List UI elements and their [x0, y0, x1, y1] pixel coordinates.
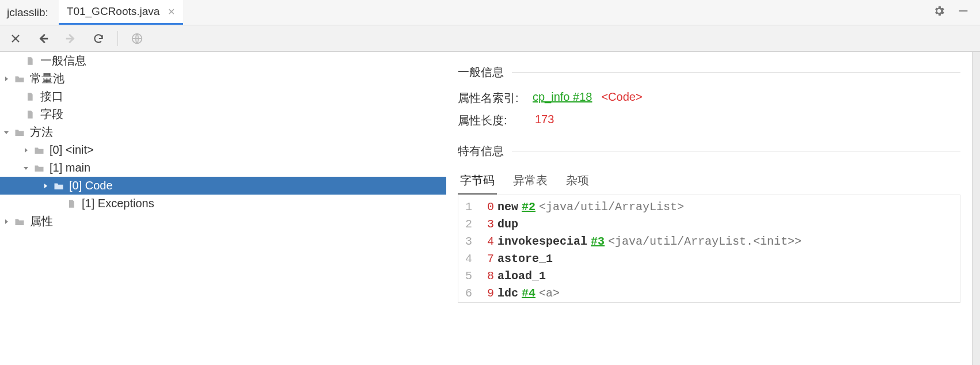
gear-icon[interactable] — [933, 5, 945, 20]
operand-desc: <java/util/ArrayList> — [539, 199, 684, 216]
line-number: 5 — [458, 268, 478, 285]
tree-item-methods[interactable]: 方法 — [0, 123, 446, 141]
file-icon — [23, 56, 37, 66]
folder-icon — [32, 146, 46, 155]
bytecode-offset: 9 — [478, 285, 497, 302]
attr-name-row: 属性名索引: cp_info #18 <Code> — [458, 90, 960, 106]
attr-length-label: 属性长度: — [458, 113, 533, 128]
file-icon — [64, 199, 78, 208]
constant-ref[interactable]: #4 — [522, 285, 535, 302]
folder-icon — [13, 217, 26, 226]
toolbar — [0, 25, 980, 52]
bytecode-offset: 7 — [478, 250, 497, 268]
file-icon — [23, 110, 37, 119]
chevron-right-icon[interactable] — [0, 218, 13, 225]
file-tab[interactable]: T01_GCRoots.java ✕ — [59, 0, 184, 25]
operand-desc: <a> — [539, 285, 560, 302]
tree-item-exceptions[interactable]: [1] Exceptions — [0, 195, 446, 212]
chevron-right-icon[interactable] — [20, 147, 32, 154]
file-icon — [23, 92, 37, 101]
opcode: new — [497, 199, 518, 216]
folder-icon — [52, 181, 66, 191]
chevron-right-icon[interactable] — [0, 75, 13, 82]
line-number: 1 — [458, 199, 478, 216]
constant-ref[interactable]: #3 — [591, 233, 605, 250]
chevron-down-icon[interactable] — [0, 129, 13, 136]
section-general: 一般信息 — [458, 64, 960, 80]
bytecode-offset: 4 — [478, 233, 497, 250]
opcode: aload_1 — [497, 268, 546, 285]
bytecode-row: 34 invokespecial #3<java/util/ArrayList.… — [458, 233, 960, 250]
bytecode-row: 69 ldc #4<a> — [458, 285, 960, 302]
attr-length-row: 属性长度: 173 — [458, 113, 960, 128]
tree-item-interfaces[interactable]: 接口 — [0, 88, 446, 105]
section-specific: 特有信息 — [458, 143, 960, 159]
right-gutter — [972, 52, 980, 365]
tree-item-attributes[interactable]: 属性 — [0, 212, 446, 230]
chevron-right-icon[interactable] — [39, 182, 52, 189]
detail-panel: 一般信息 属性名索引: cp_info #18 <Code> 属性长度: 173… — [446, 52, 972, 365]
bytecode-row: 58 aload_1 — [458, 268, 960, 285]
folder-icon — [13, 74, 26, 83]
tree-item-fields[interactable]: 字段 — [0, 105, 446, 123]
attr-name-desc: <Code> — [601, 90, 642, 106]
attr-length-value: 173 — [535, 113, 554, 128]
inner-tabs: 字节码 异常表 杂项 — [458, 169, 960, 195]
forward-button[interactable] — [62, 30, 79, 47]
folder-icon — [13, 128, 26, 137]
tree-label: 接口 — [40, 89, 63, 104]
tree-item-init[interactable]: [0] <init> — [0, 141, 446, 159]
bytecode-row: 23 dup — [458, 216, 960, 233]
close-button[interactable] — [7, 30, 24, 47]
tree-label: 字段 — [40, 107, 63, 122]
tab-misc[interactable]: 杂项 — [564, 169, 591, 195]
bytecode-view: 10 new #2<java/util/ArrayList>23 dup34 i… — [458, 195, 960, 303]
line-number: 6 — [458, 285, 478, 302]
chevron-down-icon[interactable] — [20, 165, 32, 172]
close-icon[interactable]: ✕ — [168, 6, 175, 17]
line-number: 4 — [458, 250, 478, 268]
line-number: 2 — [458, 216, 478, 233]
tree-label: 属性 — [30, 214, 53, 229]
opcode: dup — [497, 216, 518, 233]
tree-panel: 一般信息 常量池 接口 字段 方法 [0] <init> — [0, 52, 446, 365]
app-label: jclasslib: — [0, 6, 59, 19]
tree-label: [1] Exceptions — [82, 197, 154, 210]
tab-bar: jclasslib: T01_GCRoots.java ✕ — [0, 0, 980, 25]
tree-label: 方法 — [30, 124, 53, 140]
tree-label: 一般信息 — [40, 53, 86, 69]
attr-name-link[interactable]: cp_info #18 — [533, 90, 592, 106]
section-title: 一般信息 — [458, 64, 504, 80]
toolbar-divider — [117, 31, 118, 46]
globe-button[interactable] — [128, 30, 146, 47]
refresh-button[interactable] — [90, 30, 107, 47]
tree-label: [1] main — [50, 161, 90, 174]
bytecode-offset: 8 — [478, 268, 497, 285]
opcode: ldc — [497, 285, 518, 302]
bytecode-row: 47 astore_1 — [458, 250, 960, 268]
body-split: 一般信息 常量池 接口 字段 方法 [0] <init> — [0, 52, 980, 365]
operand-desc: <java/util/ArrayList.<init>> — [608, 233, 802, 250]
attr-name-label: 属性名索引: — [458, 90, 533, 106]
tree-item-main[interactable]: [1] main — [0, 159, 446, 177]
svg-rect-0 — [959, 10, 968, 12]
opcode: astore_1 — [497, 250, 553, 268]
back-button[interactable] — [35, 30, 52, 47]
folder-icon — [32, 164, 46, 173]
tree-label: [0] <init> — [50, 143, 94, 157]
bytecode-offset: 0 — [478, 199, 497, 216]
tree-item-constant-pool[interactable]: 常量池 — [0, 70, 446, 88]
tree-item-general[interactable]: 一般信息 — [0, 52, 446, 70]
tab-exceptions[interactable]: 异常表 — [511, 169, 550, 195]
tree-label: 常量池 — [30, 71, 64, 86]
bytecode-row: 10 new #2<java/util/ArrayList> — [458, 199, 960, 216]
tree-label: [0] Code — [69, 179, 113, 192]
section-title: 特有信息 — [458, 143, 504, 159]
constant-ref[interactable]: #2 — [522, 199, 535, 216]
bytecode-offset: 3 — [478, 216, 497, 233]
tab-bytecode[interactable]: 字节码 — [458, 169, 497, 195]
tree-item-code[interactable]: [0] Code — [0, 177, 446, 195]
line-number: 3 — [458, 233, 478, 250]
minimize-icon[interactable] — [957, 5, 970, 20]
tab-label: T01_GCRoots.java — [67, 5, 160, 18]
